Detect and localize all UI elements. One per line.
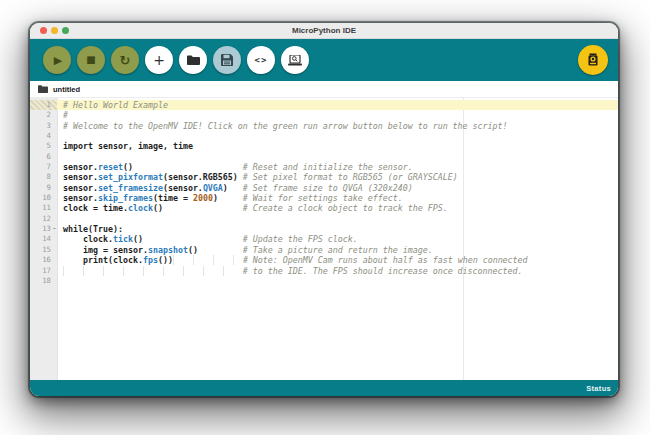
code-text: import sensor, image, time [63,141,193,151]
stop-script-button[interactable]: ■ [77,46,105,74]
line-number: 8 [30,172,51,182]
toolbar: ▶ ■ ↻ + <> [30,39,618,81]
code-text: # Welcome to the OpenMV IDE! Click on th… [63,121,508,131]
floppy-icon [221,54,233,66]
code-line[interactable]: 13-while(True): [30,224,618,234]
reload-icon: ↻ [120,54,131,67]
serial-terminal-button[interactable]: <> [247,46,275,74]
code-area: 1# Hello World Example2#3# Welcome to th… [30,100,618,286]
code-line[interactable]: 6 [30,152,618,162]
code-line[interactable]: 1# Hello World Example [30,100,618,110]
code-text: sensor.skip_frames(time = 2000) # Wait f… [63,193,403,203]
status-label[interactable]: Status [586,384,611,393]
new-file-button[interactable]: + [145,46,173,74]
open-file-button[interactable] [179,46,207,74]
ide-window: MicroPython IDE ▶ ■ ↻ + <> [30,23,618,396]
code-line[interactable]: 18 [30,276,618,286]
code-line[interactable]: 7sensor.reset() # Reset and initialize t… [30,162,618,172]
minimize-window-button[interactable] [51,27,58,34]
code-line[interactable]: 16 print(clock.fps()) # Note: OpenMV Cam… [30,255,618,265]
laptop-zoom-icon [288,55,302,66]
code-text: # Hello World Example [63,100,168,110]
save-file-button[interactable] [213,46,241,74]
code-text: sensor.set_framesize(sensor.QVGA) # Set … [63,183,413,193]
line-number: 12 [30,214,51,224]
line-number: 16 [30,255,51,265]
zoom-window-button[interactable] [62,27,69,34]
code-editor[interactable]: 1# Hello World Example2#3# Welcome to th… [30,98,618,380]
frame-buffer-button[interactable] [281,46,309,74]
code-line[interactable]: 8sensor.set_pixformat(sensor.RGB565) # S… [30,172,618,182]
status-bar: Status [30,380,618,396]
line-number: 14 [30,234,51,244]
line-number: 11 [30,203,51,213]
line-number: 10 [30,193,51,203]
close-window-button[interactable] [40,27,47,34]
line-number: 7 [30,162,51,172]
fold-marker[interactable]: - [52,224,57,234]
code-line[interactable]: 14 clock.tick() # Update the FPS clock. [30,234,618,244]
stop-icon: ■ [86,55,95,65]
run-script-button[interactable]: ▶ [43,46,71,74]
code-line[interactable]: 3# Welcome to the OpenMV IDE! Click on t… [30,121,618,131]
reset-camera-button[interactable]: ↻ [111,46,139,74]
code-line[interactable]: 5import sensor, image, time [30,141,618,151]
line-number: 18 [30,276,51,286]
line-number: 3 [30,121,51,131]
file-tab-bar: untitled [30,81,618,98]
line-number: 6 [30,152,51,162]
play-icon: ▶ [52,55,62,66]
code-text: sensor.set_pixformat(sensor.RGB565) # Se… [63,172,458,182]
code-text: sensor.reset() # Reset and initialize th… [63,162,413,172]
code-text: # [63,110,68,120]
line-number: 2 [30,110,51,120]
code-text: img = sensor.snapshot() # Take a picture… [63,245,433,255]
plus-icon: + [153,53,165,67]
camera-board-icon [587,53,599,67]
code-icon: <> [255,56,268,65]
line-number: 1 [30,100,51,110]
code-text: clock = time.clock() # Create a clock ob… [63,203,448,213]
line-number: 5 [30,141,51,151]
code-text: clock.tick() # Update the FPS clock. [63,234,358,244]
code-text: print(clock.fps()) # Note: OpenMV Cam ru… [63,255,528,265]
title-bar: MicroPython IDE [30,23,618,39]
window-title: MicroPython IDE [30,23,618,39]
code-line[interactable]: 4 [30,131,618,141]
connect-camera-button[interactable] [578,45,608,75]
code-line[interactable]: 2# [30,110,618,120]
file-folder-icon [38,85,48,93]
code-line[interactable]: 11clock = time.clock() # Create a clock … [30,203,618,213]
folder-icon [187,55,200,65]
code-line[interactable]: 12 [30,214,618,224]
line-number: 9 [30,183,51,193]
code-line[interactable]: 17 # to the IDE. The FPS should increase… [30,266,618,276]
code-line[interactable]: 15 img = sensor.snapshot() # Take a pict… [30,245,618,255]
line-number: 17 [30,266,51,276]
code-line[interactable]: 10sensor.skip_frames(time = 2000) # Wait… [30,193,618,203]
line-number: 15 [30,245,51,255]
code-line[interactable]: 9sensor.set_framesize(sensor.QVGA) # Set… [30,183,618,193]
code-text: while(True): [63,224,123,234]
line-number: 4 [30,131,51,141]
line-number: 13 [30,224,51,234]
code-text: # to the IDE. The FPS should increase on… [63,266,523,276]
file-tab-label[interactable]: untitled [53,85,80,94]
